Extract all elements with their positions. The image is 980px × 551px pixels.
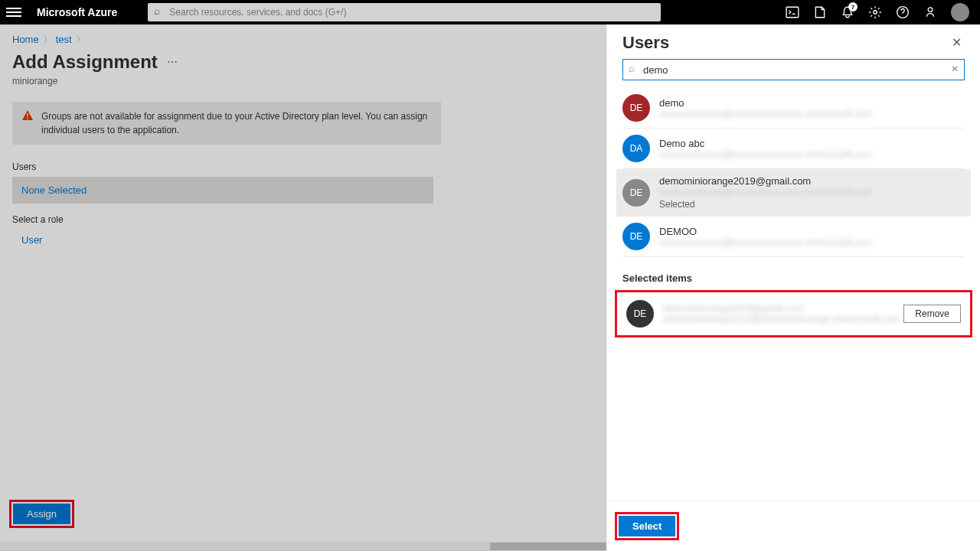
warning-text: Groups are not available for assignment … [41,109,432,137]
scroll-thumb[interactable] [490,543,612,550]
more-icon[interactable]: ⋯ [167,56,178,68]
top-bar: Microsoft Azure 7 [0,0,980,24]
global-search-wrap [148,3,661,21]
selected-info: demominiorange2019@gmail.com demominiora… [663,303,894,324]
user-info: Demo abcxxxxxxxxxxxxxx@xxxxxxxxxxxxxxx.o… [659,138,965,160]
menu-icon[interactable] [6,5,21,20]
assign-highlight: Assign [9,500,74,528]
panel-header: Users ✕ [607,24,980,59]
user-name: demominiorange2019@gmail.com [659,175,965,187]
brand-label: Microsoft Azure [37,6,117,18]
user-status: Selected [659,199,965,210]
remove-button[interactable]: Remove [903,305,961,323]
selected-item-row: DE demominiorange2019@gmail.com demomini… [617,292,970,335]
user-info: demoxxxxxxxxxxxxxx@xxxxxxxxxxxxxxx.onmic… [659,97,965,119]
selected-name-blurred: demominiorange2019@gmail.com [663,303,894,314]
chevron-right-icon: 〉 [44,34,51,45]
user-email-blurred: xxxxxxxxxxxxxx@xxxxxxxxxxxxxxx.onmicroso… [659,237,965,248]
user-avatar-icon: DE [622,179,650,207]
svg-point-3 [928,8,933,12]
user-avatar-icon: DE [622,223,650,250]
close-icon[interactable]: ✕ [949,32,965,53]
user-name: Demo abc [659,138,965,149]
panel-search-wrap: ⌕ ✕ [607,59,980,88]
settings-icon[interactable] [868,5,882,19]
select-highlight: Select [615,512,679,540]
user-avatar-icon: DA [622,135,650,162]
user-avatar[interactable] [951,3,969,21]
breadcrumb-home[interactable]: Home [12,34,39,45]
user-name: DEMOO [659,226,965,237]
user-email-blurred: xxxxxxxxxxxxxx@xxxxxxxxxxxxxxx.onmicroso… [659,149,965,160]
user-name: demo [659,97,965,109]
users-panel: Users ✕ ⌕ ✕ DEdemoxxxxxxxxxxxxxx@xxxxxxx… [606,24,980,551]
panel-title: Users [622,33,669,53]
selected-email-blurred: demominiorange2019@demominiorange.onmicr… [663,314,894,324]
user-info: demominiorange2019@gmail.comxxxxxxxxxxxx… [659,175,965,210]
topbar-actions: 7 [786,3,974,21]
users-selector[interactable]: None Selected [12,177,433,204]
user-email-blurred: xxxxxxxxxxxxxx@xxxxxxxxxxxxxxx.onmicroso… [659,109,965,119]
svg-point-1 [874,11,877,15]
select-button[interactable]: Select [619,516,675,536]
warning-banner: Groups are not available for assignment … [12,102,441,145]
user-results-list: DEdemoxxxxxxxxxxxxxx@xxxxxxxxxxxxxxx.onm… [607,88,980,257]
breadcrumb-test[interactable]: test [56,34,72,45]
user-search-input[interactable] [622,59,965,80]
user-result-row[interactable]: DEDEMOOxxxxxxxxxxxxxx@xxxxxxxxxxxxxxx.on… [622,217,965,257]
bottom-bar: Assign [9,500,74,528]
notifications-icon[interactable]: 7 [841,5,854,19]
feedback-icon[interactable] [923,5,937,19]
help-icon[interactable] [896,5,910,19]
page-title: Add Assignment [12,51,158,73]
cloud-shell-icon[interactable] [786,5,799,19]
search-icon: ⌕ [629,63,635,74]
assign-button[interactable]: Assign [13,504,70,524]
notification-badge: 7 [848,2,858,11]
directories-icon[interactable] [813,5,827,19]
user-result-row[interactable]: DADemo abcxxxxxxxxxxxxxx@xxxxxxxxxxxxxxx… [622,129,965,169]
selected-avatar: DE [626,300,654,328]
chevron-right-icon: 〉 [77,34,84,45]
svg-rect-0 [786,7,799,18]
user-email-blurred: xxxxxxxxxxxxxx@xxxxxxxxxxxxxxx.onmicroso… [659,187,965,197]
selected-items-box: DE demominiorange2019@gmail.com demomini… [615,290,972,337]
user-result-row[interactable]: DEdemominiorange2019@gmail.comxxxxxxxxxx… [616,169,971,217]
selected-items-label: Selected items [607,257,980,290]
warning-icon [21,109,34,137]
panel-footer: Select [607,500,980,551]
global-search-input[interactable] [148,3,661,21]
user-avatar-icon: DE [622,94,650,122]
user-result-row[interactable]: DEdemoxxxxxxxxxxxxxx@xxxxxxxxxxxxxxx.onm… [622,88,965,129]
user-info: DEMOOxxxxxxxxxxxxxx@xxxxxxxxxxxxxxx.onmi… [659,226,965,248]
clear-icon[interactable]: ✕ [951,64,959,74]
